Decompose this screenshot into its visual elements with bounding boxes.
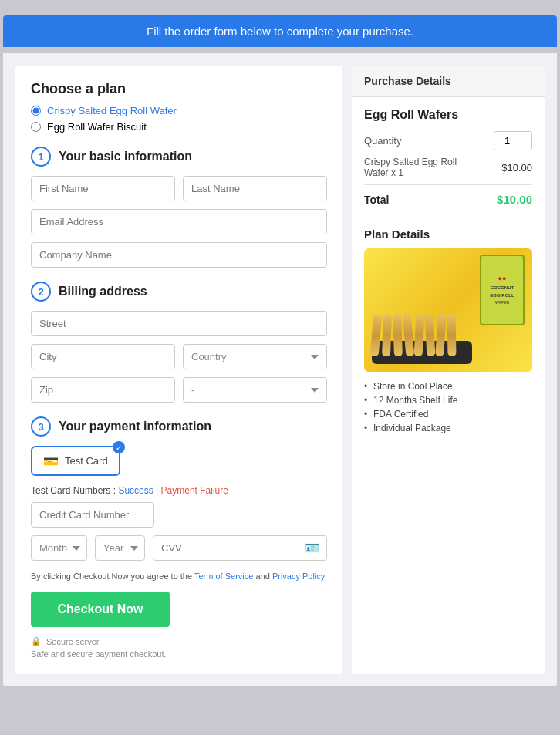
item-label: Crispy Salted Egg Roll Wafer x 1 bbox=[364, 157, 472, 178]
secure-subtext: Safe and secure payment checkout. bbox=[31, 649, 327, 659]
street-row bbox=[31, 311, 327, 336]
total-label: Total bbox=[364, 194, 389, 206]
company-row bbox=[31, 242, 327, 268]
street-input[interactable] bbox=[31, 311, 327, 336]
section2-header: 2 Billing address bbox=[31, 282, 327, 302]
plan-details-title: Plan Details bbox=[364, 228, 532, 241]
top-banner: Fill the order form below to complete yo… bbox=[3, 15, 557, 47]
cvv-card-icon: 🪪 bbox=[299, 541, 326, 555]
name-row bbox=[31, 176, 327, 201]
cvv-wrapper: 🪪 bbox=[153, 535, 327, 561]
main-container: Choose a plan Crispy Salted Egg Roll Waf… bbox=[3, 53, 557, 686]
test-card-prefix: Test Card Numbers : bbox=[31, 485, 118, 496]
terms-link[interactable]: Term of Service bbox=[194, 571, 253, 581]
checkout-button[interactable]: Checkout Now bbox=[31, 592, 170, 627]
card-option[interactable]: ✓ 💳 Test Card bbox=[31, 446, 120, 476]
plan-label-1: Crispy Salted Egg Roll Wafer bbox=[47, 105, 177, 116]
choose-plan-title: Choose a plan bbox=[31, 81, 327, 97]
country-select[interactable]: Country bbox=[183, 344, 327, 369]
quantity-row: Quantity bbox=[364, 131, 532, 150]
zip-input[interactable] bbox=[31, 377, 175, 403]
last-name-input[interactable] bbox=[183, 176, 327, 201]
section2-title: Billing address bbox=[59, 285, 147, 298]
section3-number: 3 bbox=[31, 416, 51, 437]
purchase-details-body: Egg Roll Wafers Quantity Crispy Salted E… bbox=[352, 97, 545, 217]
feature-list: Store in Cool Place 12 Months Shelf Life… bbox=[364, 381, 532, 433]
cc-number-input[interactable] bbox=[31, 502, 154, 528]
secure-info: 🔒 Secure server bbox=[31, 636, 327, 646]
success-link[interactable]: Success bbox=[118, 485, 153, 496]
feature-item-2: 12 Months Shelf Life bbox=[364, 395, 532, 406]
feature-item-1: Store in Cool Place bbox=[364, 381, 532, 392]
feature-item-4: Individual Package bbox=[364, 423, 532, 433]
city-country-row: Country bbox=[31, 344, 327, 369]
and-text: and bbox=[255, 571, 272, 581]
section2-number: 2 bbox=[31, 282, 51, 302]
product-title: Egg Roll Wafers bbox=[364, 108, 532, 122]
plan-radio-1[interactable] bbox=[31, 106, 41, 116]
product-box: ●● COCONUT EGG ROLL WAFER bbox=[480, 255, 525, 325]
cc-number-row bbox=[31, 502, 327, 528]
plan-label-2: Egg Roll Wafer Biscuit bbox=[47, 121, 147, 133]
total-price: $10.00 bbox=[497, 193, 532, 206]
banner-text: Fill the order form below to complete yo… bbox=[147, 25, 413, 38]
right-panel: Purchase Details Egg Roll Wafers Quantit… bbox=[352, 66, 545, 674]
purchase-details-header: Purchase Details bbox=[352, 66, 545, 97]
plan-radio-2[interactable] bbox=[31, 122, 41, 132]
card-checkmark-icon: ✓ bbox=[113, 441, 125, 453]
section3-title: Your payment information bbox=[59, 420, 211, 433]
first-name-input[interactable] bbox=[31, 176, 175, 201]
section1-number: 1 bbox=[31, 147, 51, 167]
plan-option-1[interactable]: Crispy Salted Egg Roll Wafer bbox=[31, 105, 327, 116]
plan-details-section: Plan Details bbox=[352, 217, 545, 447]
zip-state-row: - bbox=[31, 377, 327, 403]
terms-text: By clicking Checkout Now you agree to th… bbox=[31, 571, 327, 581]
company-input[interactable] bbox=[31, 242, 327, 268]
product-image: ●● COCONUT EGG ROLL WAFER bbox=[364, 248, 532, 372]
section1-title: Your basic information bbox=[59, 150, 192, 164]
total-row: Total $10.00 bbox=[364, 184, 532, 206]
secure-label: Secure server bbox=[46, 637, 99, 646]
quantity-label: Quantity bbox=[364, 135, 401, 147]
failure-link[interactable]: Payment Failure bbox=[161, 485, 228, 496]
terms-prefix: By clicking Checkout Now you agree to th… bbox=[31, 571, 194, 581]
privacy-link[interactable]: Privacy Policy bbox=[272, 571, 325, 581]
cvv-input[interactable] bbox=[153, 536, 299, 560]
month-select[interactable]: Month 01 02 03 04 05 06 07 08 09 10 11 1… bbox=[31, 535, 87, 561]
card-option-label: Test Card bbox=[65, 455, 108, 467]
lock-icon: 🔒 bbox=[31, 636, 42, 646]
email-row bbox=[31, 209, 327, 234]
section3-header: 3 Your payment information bbox=[31, 416, 327, 437]
feature-item-3: FDA Certified bbox=[364, 409, 532, 420]
quantity-input[interactable] bbox=[494, 131, 532, 150]
item-row: Crispy Salted Egg Roll Wafer x 1 $10.00 bbox=[364, 157, 532, 178]
plan-option-2[interactable]: Egg Roll Wafer Biscuit bbox=[31, 121, 327, 133]
item-price: $10.00 bbox=[501, 162, 532, 174]
year-select[interactable]: Year 2024 2025 2026 2027 2028 bbox=[95, 535, 145, 561]
section1-header: 1 Your basic information bbox=[31, 147, 327, 167]
email-input[interactable] bbox=[31, 209, 327, 234]
state-select[interactable]: - bbox=[183, 377, 327, 403]
city-input[interactable] bbox=[31, 344, 175, 369]
page-wrapper: Fill the order form below to complete yo… bbox=[3, 15, 557, 686]
credit-card-icon: 💳 bbox=[43, 453, 59, 468]
test-card-info: Test Card Numbers : Success | Payment Fa… bbox=[31, 485, 327, 496]
left-panel: Choose a plan Crispy Salted Egg Roll Waf… bbox=[15, 66, 342, 674]
payment-expiry-row: Month 01 02 03 04 05 06 07 08 09 10 11 1… bbox=[31, 535, 327, 561]
